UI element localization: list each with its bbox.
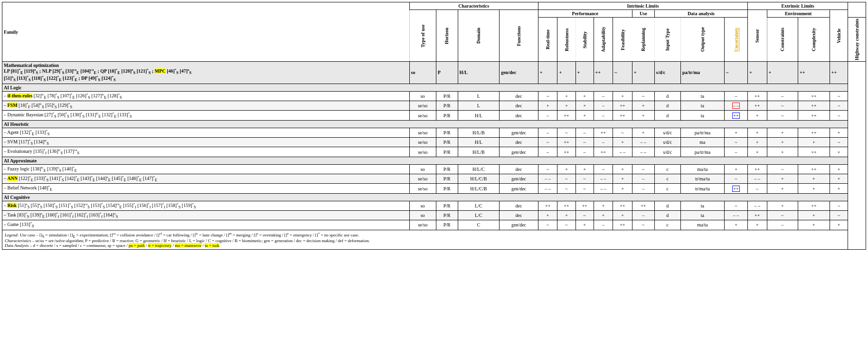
complexity-header: Complexity	[798, 18, 830, 62]
uncertainty-header: Uncertainty	[725, 18, 748, 62]
performance-header: Performance	[538, 10, 632, 18]
if-then-cell: – if-then-rules [32]lcE [78]*S [107]*E […	[2, 91, 410, 101]
main-table: Family Characteristics Intrinsic Limits …	[2, 2, 866, 250]
extrinsic-limits-header: Extrinsic Limits	[747, 2, 848, 10]
highway-constraints-header: Highway constraints	[848, 18, 866, 62]
ai-heuristic-header: AI Heuristic	[2, 120, 848, 128]
feasibility-header: Feasibility	[613, 18, 632, 62]
use-header: Use	[632, 10, 654, 18]
svm-row: – SVM [117]*S [134]lcS se/soP/RH/Ldec ~+…	[2, 138, 866, 147]
adaptability-header: Adaptability	[594, 18, 613, 62]
risk-cell: – Risk [51]oS [55]eS [150]*S [151]*S [15…	[2, 201, 410, 210]
constraints-header: Constraints	[767, 18, 798, 62]
ai-heuristic-header-row: AI Heuristic	[2, 120, 866, 128]
ai-logic-header: AI Logic	[2, 84, 848, 91]
environment-header: Environment	[767, 10, 830, 18]
math-opt-input: s/d/c	[654, 62, 680, 84]
math-opt-rob: +	[557, 62, 576, 84]
math-opt-stab: +	[576, 62, 594, 84]
ai-approx-header-row: AI Approximate	[2, 157, 866, 164]
ann-cell: – ANN [122]*E [133]*S [141]*S [142]*E [1…	[2, 174, 410, 184]
horizon-header: Horizon	[436, 10, 458, 62]
stability-header: Stability	[576, 18, 594, 62]
legend-row: Legend: Use case – []S = simulation / []…	[2, 230, 866, 250]
vehicle-header: Vehicle	[830, 10, 848, 62]
math-opt-horizon: P	[436, 62, 458, 84]
agent-row: – Agent [132]*E [133]*S se/soP/RH/L/Bgen…	[2, 128, 866, 137]
math-opt-constr: +	[747, 62, 767, 84]
legend-cell: Legend: Use case – []S = simulation / []…	[2, 230, 848, 250]
family-header: Family	[2, 2, 410, 62]
replanning-header: Replanning	[632, 18, 654, 62]
math-opt-output: pa/tr/ma	[680, 62, 724, 84]
math-opt-kine: ++	[830, 62, 848, 84]
math-opt-feas: ~	[613, 62, 632, 84]
dyn-bayes-row: – Dynamic Bayesian [27]*S [50]*S [130]*S…	[2, 111, 866, 120]
math-opt-type: so	[409, 62, 436, 84]
task-row: – Task [83]*S [139]oE [160]*f [161]*f [1…	[2, 211, 866, 220]
math-opt-adapt: ++	[594, 62, 613, 84]
data-analysis-header: Data analysis	[654, 10, 747, 18]
risk-row: – Risk [51]oS [55]eS [150]*S [151]*S [15…	[2, 201, 866, 210]
ai-cog-header: AI Cognitive	[2, 193, 848, 201]
math-opt-complex: +	[767, 62, 798, 84]
ann-row: – ANN [122]*E [133]*S [141]*S [142]*E [1…	[2, 174, 866, 184]
game-row: – Game [133]*S se/soP/RCgen/dec ~~+–++~ …	[2, 220, 866, 230]
ai-cog-header-row: AI Cognitive	[2, 193, 866, 201]
fsm-row: – FSM [18]*F [54]lcS [55]eS [129]*S se/s…	[2, 101, 866, 111]
math-opt-rt: +	[538, 62, 557, 84]
task-cell: – Task [83]*S [139]oE [160]*f [161]*f [1…	[2, 211, 410, 220]
game-cell: – Game [133]*S	[2, 220, 410, 230]
input-type-header: Input Type	[654, 18, 680, 62]
math-opt-row: Mathematical optimization LP [81]*E [119…	[2, 62, 866, 84]
math-opt-functions: gen/dec	[500, 62, 538, 84]
belief-cell: – Belief Network [148]*E	[2, 184, 410, 193]
sensor-header: Sensor	[747, 10, 767, 62]
math-opt-domain: H/L	[458, 62, 500, 84]
characteristics-header: Characteristics	[409, 2, 538, 10]
intrinsic-limits-header: Intrinsic Limits	[538, 2, 747, 10]
agent-cell: – Agent [132]*E [133]*S	[2, 128, 410, 137]
dyn-bayes-cell: – Dynamic Bayesian [27]*S [50]*S [130]*S…	[2, 111, 410, 120]
fsm-cell: – FSM [18]*F [54]lcS [55]eS [129]*S	[2, 101, 410, 111]
ai-approx-header: AI Approximate	[2, 157, 848, 164]
evolutionary-row: – Evolutionary [135]*f [136]lcS [137]caS…	[2, 147, 866, 157]
ai-logic-header-row: AI Logic	[2, 84, 866, 91]
real-time-header: Real-time	[538, 18, 557, 62]
output-type-header: Output type	[680, 18, 724, 62]
math-opt-highway: ++	[798, 62, 830, 84]
functions-header: Functions	[500, 10, 538, 62]
math-opt-cell: Mathematical optimization LP [81]*E [119…	[2, 62, 410, 84]
fuzzy-row: – Fuzzy logic [138]lcE [139]oS [140]*E s…	[2, 164, 866, 174]
belief-row: – Belief Network [148]*E se/soP/RH/L/C/B…	[2, 184, 866, 193]
type-of-use-header: Type of use	[409, 10, 436, 62]
fuzzy-cell: – Fuzzy logic [138]lcE [139]oS [140]*E	[2, 164, 410, 174]
domain-header: Domain	[458, 10, 500, 62]
if-then-row: – if-then-rules [32]lcE [78]*S [107]*E […	[2, 91, 866, 101]
evolutionary-cell: – Evolutionary [135]*f [136]lcS [137]caS	[2, 147, 410, 157]
math-opt-replan: +	[632, 62, 654, 84]
svm-cell: – SVM [117]*S [134]lcS	[2, 138, 410, 147]
math-opt-uncert: ~	[725, 62, 748, 84]
robustness-header: Robustness	[557, 18, 576, 62]
